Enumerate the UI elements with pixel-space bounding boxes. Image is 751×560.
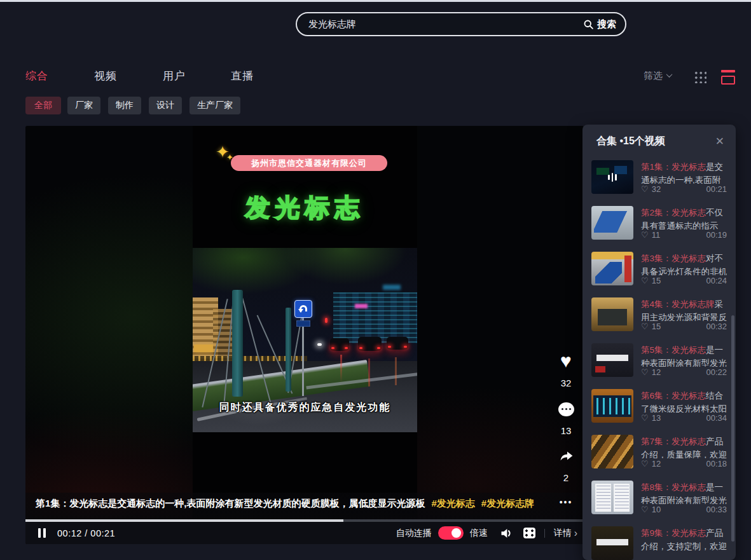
video-headline: 发光标志 (193, 191, 417, 225)
video-thumbnail (591, 481, 633, 514)
hashtag-link[interactable]: #发光标志 (432, 498, 475, 510)
heart-outline-icon: ♡ (641, 413, 649, 423)
video-player[interactable]: ✦✦ 扬州市恩信交通器材有限公司 发光标志 (25, 126, 584, 544)
now-playing-icon (591, 160, 633, 194)
company-banner: 扬州市恩信交通器材有限公司 (231, 155, 387, 171)
video-description: 第1集：发光标志是交通标志的一种,表面附涂有新型发光材质的硬质膜板，属低度显示光… (36, 498, 425, 510)
video-thumbnail (591, 160, 633, 194)
video-thumbnail (591, 206, 633, 240)
heart-outline-icon: ♡ (641, 459, 649, 468)
sparkle-icon: ✦✦ (216, 144, 230, 160)
divider (544, 529, 545, 538)
playlist-item[interactable]: 第9集：发光标志产品介绍，支持定制，欢迎来 (582, 526, 736, 560)
chip-design[interactable]: 设计 (149, 97, 182, 114)
player-view-icon[interactable] (721, 70, 735, 82)
close-icon[interactable]: ✕ (715, 135, 724, 148)
search-input[interactable] (308, 19, 583, 30)
grid-view-icon[interactable] (694, 71, 706, 83)
filter-dropdown[interactable]: 筛选 (644, 70, 672, 82)
web-fullscreen-icon[interactable] (523, 528, 535, 538)
tab-comprehensive[interactable]: 综合 (25, 69, 48, 83)
heart-outline-icon: ♡ (641, 322, 649, 331)
heart-outline-icon: ♡ (641, 230, 649, 240)
playlist-item-current[interactable]: 第1集：发光标志是交通标志的一种,表面附涂... ♡3200:21 (582, 160, 736, 194)
video-thumbnail (591, 297, 633, 331)
douyin-search-page: 搜索 综合 视频 用户 直播 筛选 全部 厂家 制作 设计 生产厂家 ✦✦ 扬州… (0, 0, 751, 560)
playlist-item[interactable]: 第3集：发光标志对不具备远光灯条件的非机动... ♡1500:24 (582, 252, 736, 285)
video-thumbnail (591, 252, 633, 285)
volume-icon[interactable] (499, 527, 513, 540)
traffic-light (325, 318, 327, 323)
playlist-item[interactable]: 第8集：发光标志是一种表面附涂有新型发光材... ♡1000:33 (582, 481, 736, 514)
more-options-icon[interactable]: ••• (552, 497, 580, 507)
time-display: 00:12 / 00:21 (57, 528, 115, 538)
comment-icon[interactable] (558, 402, 574, 416)
action-rail: ♥ 32 13 2 ••• (552, 126, 580, 544)
u-turn-arrow-icon (300, 305, 307, 311)
tree-trunk (286, 308, 291, 392)
chip-all[interactable]: 全部 (25, 97, 61, 114)
heart-outline-icon: ♡ (641, 367, 649, 377)
search-bar[interactable]: 搜索 (296, 12, 626, 36)
duration: 00:18 (706, 459, 727, 468)
search-button[interactable]: 搜索 (583, 18, 616, 31)
scrollbar-thumb[interactable] (731, 315, 734, 542)
search-button-label: 搜索 (597, 18, 616, 31)
duration: 00:32 (706, 322, 727, 331)
tab-user[interactable]: 用户 (163, 69, 186, 83)
chip-manufacturer[interactable]: 生产厂家 (189, 97, 240, 114)
share-icon[interactable] (558, 449, 575, 464)
search-icon (583, 19, 594, 30)
duration: 00:33 (706, 505, 727, 514)
comment-count: 13 (552, 425, 580, 436)
like-count: 32 (552, 378, 580, 388)
playlist-item[interactable]: 第2集：发光标志不仅具有普通标志的指示功... ♡1100:19 (582, 206, 736, 240)
window-top-edge (0, 0, 751, 2)
car (358, 337, 382, 351)
pause-icon[interactable] (38, 528, 41, 538)
heart-outline-icon: ♡ (641, 184, 649, 194)
chip-making[interactable]: 制作 (108, 97, 141, 114)
tree-trunk (232, 290, 243, 397)
episode-list: 第1集：发光标志是交通标志的一种,表面附涂... ♡3200:21 第2集：发光… (582, 160, 736, 560)
duration: 00:34 (706, 413, 727, 423)
duration: 00:24 (706, 276, 727, 285)
autoplay-label: 自动连播 (396, 528, 432, 539)
heart-outline-icon: ♡ (641, 276, 649, 285)
duration: 00:19 (706, 230, 727, 240)
video-frame[interactable]: ✦✦ 扬州市恩信交通器材有限公司 发光标志 (193, 126, 417, 520)
collection-panel: 合集 •15个视频 ✕ 第1集：发光标志是交通标志的一种,表面附涂... ♡32… (582, 125, 736, 560)
player-controls: 00:12 / 00:21 自动连播 倍速 详情 › (25, 522, 584, 544)
video-thumbnail (591, 343, 633, 377)
playlist-item[interactable]: 第6集：发光标志结合了微米级反光材料太阳能... ♡1300:34 (582, 389, 736, 423)
chevron-down-icon (666, 71, 673, 78)
video-subtitle: 同时还具备优秀的应急自发光功能 (193, 401, 417, 414)
chip-factory[interactable]: 厂家 (67, 97, 100, 114)
playlist-item[interactable]: 第7集：发光标志产品介绍，质量保障，欢迎咨... ♡1200:18 (582, 435, 736, 468)
video-title-bar: 第1集：发光标志是交通标志的一种,表面附涂有新型发光材质的硬质膜板，属低度显示光… (25, 493, 584, 519)
share-count: 2 (552, 472, 580, 483)
car (387, 337, 408, 350)
autoplay-toggle[interactable] (438, 526, 464, 540)
tab-live[interactable]: 直播 (231, 69, 254, 83)
playlist-item[interactable]: 第4集：发光标志牌采用主动发光源和背景反光... ♡1500:32 (582, 297, 736, 331)
playlist-item[interactable]: 第5集：发光标志是一种表面附涂有新型发光材... ♡1200:22 (582, 343, 736, 377)
u-turn-sign (294, 300, 312, 318)
video-thumbnail (591, 526, 633, 560)
hashtag-link[interactable]: #发光标志牌 (481, 498, 534, 510)
video-thumbnail (591, 435, 633, 468)
heart-outline-icon: ♡ (641, 505, 649, 514)
like-icon[interactable]: ♥ (552, 352, 580, 371)
collection-title: 合集 •15个视频 (596, 135, 665, 148)
video-thumbnail (591, 389, 633, 423)
car (330, 338, 349, 351)
duration: 00:21 (706, 184, 727, 194)
duration: 00:22 (706, 367, 727, 377)
filter-label: 筛选 (644, 70, 663, 82)
speed-label[interactable]: 倍速 (470, 528, 488, 539)
tab-video[interactable]: 视频 (94, 69, 117, 83)
